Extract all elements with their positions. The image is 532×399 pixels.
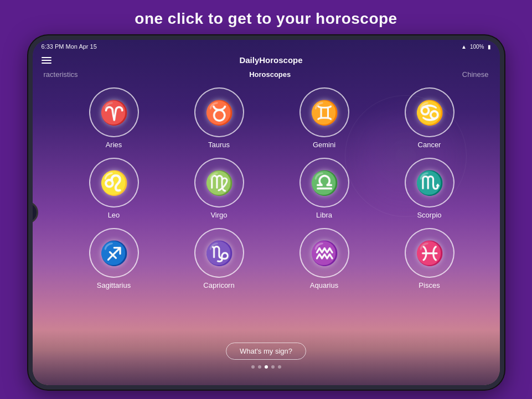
zodiac-item-libra[interactable]: ♎Libra — [276, 158, 373, 219]
zodiac-label-gemini: Gemini — [313, 141, 335, 149]
zodiac-circle-libra: ♎ — [299, 158, 349, 208]
tab-horoscopes[interactable]: Horoscopes — [249, 70, 291, 79]
zodiac-grid: ♈Aries♉Taurus♊Gemini♋Cancer♌Leo♍Virgo♎Li… — [33, 82, 500, 295]
zodiac-item-sagittarius[interactable]: ♐Sagittarius — [66, 228, 162, 289]
zodiac-label-libra: Libra — [316, 211, 332, 219]
zodiac-label-aquarius: Aquarius — [310, 281, 338, 289]
page-dot-3[interactable] — [271, 365, 275, 369]
zodiac-item-taurus[interactable]: ♉Taurus — [171, 87, 267, 149]
zodiac-label-capricorn: Capricorn — [203, 281, 234, 289]
zodiac-circle-cancer: ♋ — [405, 87, 454, 137]
tab-characteristics[interactable]: racteristics — [44, 70, 78, 79]
zodiac-label-taurus: Taurus — [208, 141, 230, 149]
zodiac-label-leo: Leo — [108, 211, 120, 219]
zodiac-label-scorpio: Scorpio — [417, 211, 441, 219]
tablet-frame: 6:33 PM Mon Apr 15 ▲ 100% ▮ DailyHorosco… — [28, 35, 504, 390]
screen: 6:33 PM Mon Apr 15 ▲ 100% ▮ DailyHorosco… — [33, 40, 500, 385]
headline: one click to get to your horoscope — [135, 10, 397, 28]
zodiac-item-pisces[interactable]: ♓Pisces — [381, 228, 478, 289]
zodiac-circle-pisces: ♓ — [405, 228, 454, 278]
zodiac-label-aries: Aries — [106, 141, 122, 149]
status-time: 6:33 PM — [42, 43, 64, 50]
status-right: ▲ 100% ▮ — [461, 44, 490, 50]
zodiac-item-gemini[interactable]: ♊Gemini — [276, 87, 373, 149]
zodiac-circle-taurus: ♉ — [194, 87, 244, 137]
zodiac-item-scorpio[interactable]: ♏Scorpio — [381, 158, 478, 219]
app-title: DailyHoroscope — [51, 55, 491, 65]
zodiac-circle-aries: ♈ — [89, 87, 139, 137]
page-dot-4[interactable] — [278, 365, 281, 369]
zodiac-circle-sagittarius: ♐ — [89, 228, 139, 278]
nav-bar: DailyHoroscope — [33, 53, 500, 67]
zodiac-circle-scorpio: ♏ — [405, 158, 454, 208]
zodiac-circle-capricorn: ♑ — [194, 228, 244, 278]
zodiac-circle-gemini: ♊ — [299, 87, 349, 137]
battery-block: ▮ — [488, 44, 491, 50]
status-bar: 6:33 PM Mon Apr 15 ▲ 100% ▮ — [33, 40, 500, 53]
zodiac-label-pisces: Pisces — [419, 281, 440, 289]
bottom-bar: What's my sign? — [33, 343, 500, 369]
zodiac-circle-aquarius: ♒ — [299, 228, 349, 278]
status-time-date: 6:33 PM Mon Apr 15 — [42, 43, 97, 50]
page-dot-0[interactable] — [251, 365, 255, 369]
zodiac-item-cancer[interactable]: ♋Cancer — [381, 87, 478, 149]
wifi-icon: ▲ — [461, 44, 467, 50]
page-dot-2[interactable] — [265, 365, 268, 369]
zodiac-label-virgo: Virgo — [210, 211, 227, 219]
page-dot-1[interactable] — [258, 365, 261, 369]
zodiac-label-sagittarius: Sagittarius — [97, 281, 131, 289]
zodiac-label-cancer: Cancer — [418, 141, 441, 149]
zodiac-circle-virgo: ♍ — [194, 158, 244, 208]
whats-my-sign-button[interactable]: What's my sign? — [226, 343, 306, 360]
status-date: Mon Apr 15 — [66, 43, 97, 50]
zodiac-item-aquarius[interactable]: ♒Aquarius — [276, 228, 373, 289]
zodiac-circle-leo: ♌ — [89, 158, 139, 208]
tab-bar: racteristics Horoscopes Chinese — [33, 67, 500, 82]
zodiac-item-virgo[interactable]: ♍Virgo — [171, 158, 267, 219]
zodiac-item-aries[interactable]: ♈Aries — [66, 87, 162, 149]
battery-icon: 100% — [470, 44, 484, 50]
zodiac-item-capricorn[interactable]: ♑Capricorn — [171, 228, 267, 289]
menu-button[interactable] — [42, 57, 51, 64]
zodiac-item-leo[interactable]: ♌Leo — [66, 158, 162, 219]
tab-chinese[interactable]: Chinese — [462, 70, 489, 79]
page-dots — [251, 365, 281, 369]
